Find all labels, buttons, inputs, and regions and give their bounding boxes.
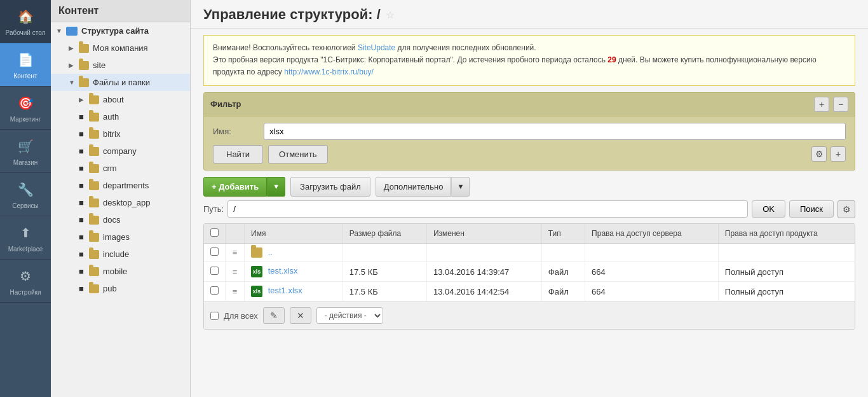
bullet-icon: ■: [79, 112, 86, 122]
files-table-element: Имя Размер файла Изменен Тип Права на до…: [204, 224, 855, 302]
bullet-icon: ■: [79, 249, 86, 259]
footer-edit-button[interactable]: ✎: [263, 307, 285, 324]
folder-icon: [89, 113, 99, 122]
path-ok-button[interactable]: OK: [752, 200, 785, 218]
sidebar-item-settings[interactable]: ⚙ Настройки: [0, 260, 51, 303]
table-gear-icon[interactable]: ⚙: [837, 200, 855, 218]
footer-select-all-checkbox[interactable]: [210, 312, 219, 320]
sidebar-item-files-folders[interactable]: ▼ Файлы и папки: [51, 74, 190, 91]
dotdot-link[interactable]: ..: [268, 247, 273, 257]
upload-file-button[interactable]: Загрузить файл: [290, 177, 370, 197]
sidebar-item-marketing[interactable]: 🎯 Маркетинг: [0, 87, 51, 130]
filter-actions-row: Найти Отменить ⚙ +: [213, 145, 846, 164]
th-checkbox: [204, 224, 226, 244]
folder-icon: [89, 198, 99, 207]
row-menu-icon[interactable]: ≡: [233, 267, 238, 277]
row-checkbox[interactable]: [210, 247, 219, 256]
page-header: Управление структурой: / ☆: [191, 0, 868, 29]
select-all-checkbox[interactable]: [210, 228, 219, 237]
alert-box: Внимание! Воспользуйтесь технологией Sit…: [203, 35, 855, 86]
folder-icon: [89, 284, 99, 293]
main-content: Управление структурой: / ☆ Внимание! Вос…: [191, 0, 868, 397]
row-checkbox[interactable]: [210, 267, 219, 275]
bitrix-label: bitrix: [103, 129, 120, 139]
row-checkbox-cell: [204, 262, 226, 282]
sidebar-item-shop[interactable]: 🛒 Магазин: [0, 130, 51, 173]
site-label: site: [93, 60, 105, 70]
filter-header-icons: + −: [814, 97, 848, 112]
sidebar-item-about[interactable]: ▶ about: [51, 91, 190, 108]
filter-cancel-button[interactable]: Отменить: [268, 145, 327, 164]
sidebar-item-company[interactable]: ■ company: [51, 143, 190, 160]
row-rights-product-cell: [718, 243, 855, 262]
table-footer: Для всех ✎ ✕ - действия -: [204, 302, 855, 329]
sidebar-item-mobile[interactable]: ■ mobile: [51, 263, 190, 280]
path-input[interactable]: [227, 200, 748, 218]
bullet-icon: ■: [79, 146, 86, 156]
sidebar-item-my-company[interactable]: ▶ Моя компания: [51, 39, 190, 57]
filter-settings-icon[interactable]: ⚙: [811, 146, 827, 162]
site-structure-icon: [66, 27, 78, 36]
add-dropdown-button[interactable]: ▼: [267, 177, 285, 197]
include-label: include: [103, 249, 129, 259]
filter-extra-add-icon[interactable]: +: [831, 146, 846, 162]
sidebar-item-include[interactable]: ■ include: [51, 246, 190, 263]
row-size-cell: 17.5 КБ: [342, 262, 426, 282]
sidebar-item-auth[interactable]: ■ auth: [51, 108, 190, 125]
th-rights-product: Права на доступ продукта: [718, 224, 855, 244]
sidebar-item-services[interactable]: 🔧 Сервисы: [0, 173, 51, 216]
table-row: ≡ xls test.xlsx 17.5 КБ 13.04.2016 14:39…: [204, 262, 855, 282]
filter-find-button[interactable]: Найти: [213, 145, 263, 164]
bullet-icon: ■: [79, 164, 86, 173]
more-main-button[interactable]: Дополнительно: [376, 177, 452, 197]
row-name-cell: xls test.xlsx: [245, 262, 343, 282]
table-row: ≡ xls test1.xlsx 17.5 КБ 13.04.2016 14:4…: [204, 282, 855, 302]
bullet-icon: ■: [79, 181, 86, 190]
row-menu-icon[interactable]: ≡: [233, 247, 238, 257]
row-rights-server-cell: 664: [585, 282, 719, 302]
filter-extra-icons: ⚙ +: [811, 146, 846, 162]
more-dropdown-button[interactable]: ▼: [451, 177, 470, 197]
footer-delete-button[interactable]: ✕: [290, 307, 311, 324]
table-row: ≡ ..: [204, 243, 855, 262]
sidebar-item-departments[interactable]: ■ departments: [51, 177, 190, 194]
path-search-button[interactable]: Поиск: [789, 200, 834, 218]
folder-icon: [89, 181, 99, 190]
sidebar-item-images[interactable]: ■ images: [51, 228, 190, 246]
row-rights-server-cell: [585, 243, 719, 262]
sidebar-item-marketplace[interactable]: ⬆ Marketplace: [0, 216, 51, 260]
file-link[interactable]: test.xlsx: [268, 267, 298, 276]
row-type-cell: [541, 243, 585, 262]
row-size-cell: 17.5 КБ: [342, 282, 426, 302]
filter-name-input[interactable]: [264, 123, 846, 140]
site-update-link[interactable]: SiteUpdate: [358, 43, 395, 52]
sidebar-item-pub[interactable]: ■ pub: [51, 280, 190, 297]
buy-link[interactable]: http://www.1c-bitrix.ru/buy/: [284, 67, 374, 76]
folder-icon: [79, 78, 89, 87]
add-main-button[interactable]: + Добавить: [203, 177, 267, 197]
expand-arrow-icon: ▶: [69, 45, 76, 52]
sidebar-item-crm[interactable]: ■ crm: [51, 160, 190, 177]
bullet-icon: ■: [79, 215, 86, 225]
sidebar-item-bitrix[interactable]: ■ bitrix: [51, 125, 190, 143]
departments-label: departments: [103, 181, 149, 190]
sidebar-label-content: Контент: [13, 73, 37, 80]
row-type-cell: Файл: [541, 262, 585, 282]
sidebar-item-content[interactable]: 📄 Контент: [0, 43, 51, 87]
sidebar: 🏠 Рабочий стол 📄 Контент 🎯 Маркетинг 🛒 М…: [0, 0, 51, 397]
row-checkbox[interactable]: [210, 286, 219, 295]
bullet-icon: ■: [79, 284, 86, 293]
path-label: Путь:: [203, 204, 224, 214]
file-link[interactable]: test1.xlsx: [268, 286, 302, 296]
sidebar-label-services: Сервисы: [12, 202, 38, 209]
footer-actions-select[interactable]: - действия -: [316, 307, 383, 324]
row-menu-icon[interactable]: ≡: [233, 287, 238, 296]
filter-collapse-button[interactable]: −: [833, 97, 848, 112]
favorite-star-icon[interactable]: ☆: [386, 9, 395, 21]
filter-add-button[interactable]: +: [814, 97, 829, 112]
sidebar-item-site[interactable]: ▶ site: [51, 57, 190, 74]
sidebar-item-docs[interactable]: ■ docs: [51, 211, 190, 228]
sidebar-item-site-structure[interactable]: ▼ Структура сайта: [51, 22, 190, 39]
sidebar-item-desktop-app[interactable]: ■ desktop_app: [51, 194, 190, 211]
sidebar-item-desktop[interactable]: 🏠 Рабочий стол: [0, 0, 51, 43]
